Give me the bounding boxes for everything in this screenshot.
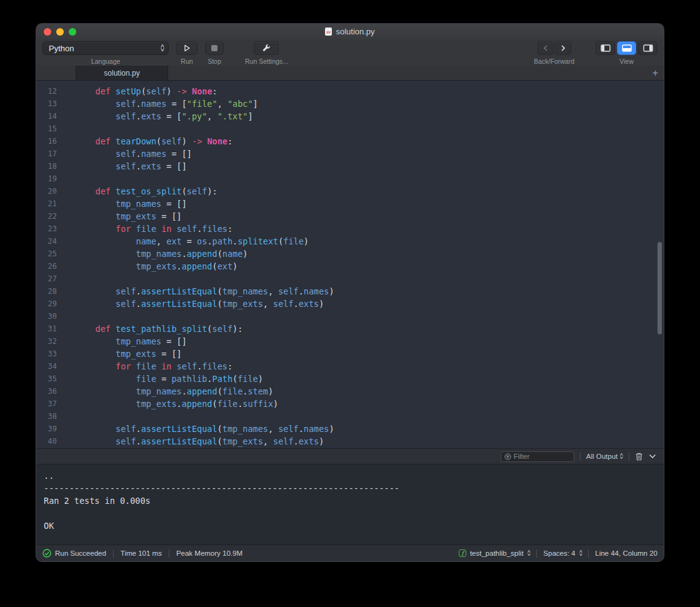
line-number: 37 — [36, 398, 57, 410]
filter-field[interactable] — [501, 451, 574, 462]
close-button[interactable] — [44, 28, 51, 36]
console-output[interactable]: ..--------------------------------------… — [36, 464, 664, 544]
code-line: 28 self.assertListEqual(tmp_names, self.… — [36, 285, 664, 298]
add-tab-button[interactable]: + — [652, 66, 658, 80]
run-button[interactable] — [176, 41, 198, 55]
language-select[interactable]: Python ∧∨ — [42, 41, 169, 55]
line-number: 33 — [36, 348, 57, 360]
back-forward-tool: Back/Forward — [534, 41, 574, 65]
wrench-icon — [262, 44, 271, 53]
forward-chevron-icon — [560, 44, 566, 52]
line-number: 19 — [36, 173, 57, 185]
divider — [536, 549, 537, 558]
stop-button[interactable] — [205, 41, 224, 55]
toolbar: Python ∧∨ Language Run Stop — [36, 39, 664, 66]
view-bottom-panel-button[interactable] — [617, 41, 636, 55]
line-number: 13 — [36, 98, 57, 110]
minimize-button[interactable] — [56, 28, 64, 36]
language-tool: Python ∧∨ Language — [42, 41, 169, 65]
code-line: 19 — [36, 173, 664, 185]
code-line: 13 self.names = ["file", "abc"] — [36, 98, 664, 110]
line-number: 21 — [36, 198, 57, 210]
line-number: 35 — [36, 373, 57, 385]
stop-label: Stop — [208, 58, 221, 65]
run-label: Run — [181, 58, 192, 65]
line-number: 14 — [36, 110, 57, 123]
code-line: 35 file = pathlib.Path(file) — [36, 373, 664, 385]
line-number: 31 — [36, 323, 57, 335]
language-select-value: Python — [49, 44, 161, 53]
console-toolbar: All Output ∧∨ — [36, 448, 664, 464]
view-label: View — [619, 58, 634, 65]
divider — [588, 549, 589, 558]
console-line: .. — [44, 469, 656, 482]
panel-left-icon — [601, 44, 611, 52]
line-number: 32 — [36, 335, 57, 348]
output-select-value: All Output — [586, 453, 618, 460]
status-bar: Run Succeeded Time 101 ms Peak Memory 10… — [36, 544, 664, 561]
peak-memory: Peak Memory 10.9M — [176, 549, 242, 557]
line-number: 15 — [36, 123, 57, 135]
code-line: 34 for file in self.files: — [36, 360, 664, 373]
play-icon — [183, 44, 191, 52]
tab-solution-py[interactable]: solution.py — [76, 66, 168, 80]
clear-console-button[interactable] — [635, 452, 643, 461]
check-circle-icon — [42, 549, 51, 558]
line-number: 39 — [36, 423, 57, 435]
back-forward-label: Back/Forward — [534, 58, 574, 65]
run-time: Time 101 ms — [121, 549, 162, 557]
run-settings-button[interactable] — [254, 41, 279, 55]
run-settings-label: Run Settings... — [245, 58, 288, 65]
run-settings-tool: Run Settings... — [245, 41, 288, 65]
line-number: 20 — [36, 185, 57, 198]
tab-bar: solution.py + — [36, 66, 664, 81]
code-line: 20 def test_os_split(self): — [36, 185, 664, 198]
console-line: OK — [44, 519, 656, 532]
view-right-panel-button[interactable] — [638, 41, 658, 55]
line-number: 34 — [36, 360, 57, 373]
stop-icon — [211, 45, 218, 51]
code-line: 12 def setUp(self) -> None: — [36, 85, 664, 98]
cursor-position[interactable]: Line 44, Column 20 — [595, 549, 658, 557]
code-line: 17 self.names = [] — [36, 148, 664, 160]
function-icon: f — [459, 549, 466, 557]
code-editor[interactable]: 12 def setUp(self) -> None:13 self.names… — [36, 81, 664, 448]
function-select[interactable]: f test_pathlib_split ∧∨ — [459, 549, 530, 557]
function-select-value: test_pathlib_split — [470, 549, 524, 557]
line-number: 25 — [36, 248, 57, 260]
code-line: 27 — [36, 273, 664, 285]
code-line: 30 — [36, 310, 664, 323]
spaces-select[interactable]: Spaces: 4 ∧∨ — [543, 549, 582, 557]
title-bar[interactable]: py solution.py — [36, 24, 664, 39]
collapse-console-button[interactable] — [649, 454, 656, 459]
code-line: 22 tmp_exts = [] — [36, 210, 664, 223]
filter-input[interactable] — [514, 453, 571, 460]
code-line: 33 tmp_exts = [] — [36, 348, 664, 360]
view-left-panel-button[interactable] — [596, 41, 615, 55]
window-title-group: py solution.py — [325, 27, 374, 36]
popup-arrows-icon: ∧∨ — [579, 550, 582, 556]
traffic-lights — [44, 24, 76, 39]
code-line: 31 def test_pathlib_split(self): — [36, 323, 664, 335]
popup-arrows-icon: ∧∨ — [620, 453, 623, 459]
code-line: 39 self.assertListEqual(tmp_names, self.… — [36, 423, 664, 435]
code-line: 21 tmp_names = [] — [36, 198, 664, 210]
line-number: 28 — [36, 285, 57, 298]
code-line: 18 self.exts = [] — [36, 160, 664, 173]
forward-button[interactable] — [555, 41, 571, 55]
zoom-button[interactable] — [69, 28, 76, 36]
language-label: Language — [91, 58, 121, 65]
line-number: 27 — [36, 273, 57, 285]
toolbar-right: Back/Forward — [534, 41, 658, 65]
code-line: 15 — [36, 123, 664, 135]
scrollbar-thumb[interactable] — [658, 242, 662, 334]
back-button[interactable] — [538, 41, 554, 55]
code-lines: 12 def setUp(self) -> None:13 self.names… — [36, 85, 664, 448]
line-number: 23 — [36, 223, 57, 235]
output-select[interactable]: All Output ∧∨ — [586, 453, 623, 460]
divider — [113, 549, 114, 558]
code-line: 26 tmp_exts.append(ext) — [36, 260, 664, 273]
console-line: Ran 2 tests in 0.000s — [44, 494, 656, 507]
code-line: 14 self.exts = [".py", ".txt"] — [36, 110, 664, 123]
code-line: 40 self.assertListEqual(tmp_exts, self.e… — [36, 435, 664, 448]
